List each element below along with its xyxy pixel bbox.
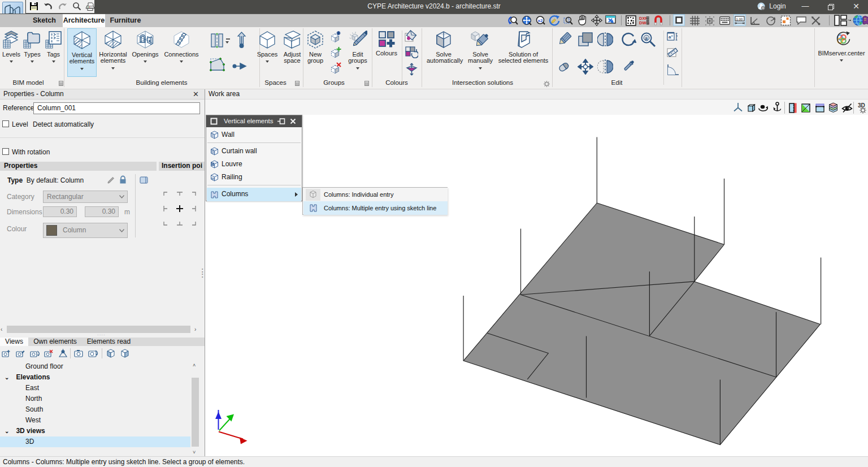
svg-text:a°: a° <box>669 34 673 40</box>
svg-text:3D: 3D <box>858 102 865 109</box>
